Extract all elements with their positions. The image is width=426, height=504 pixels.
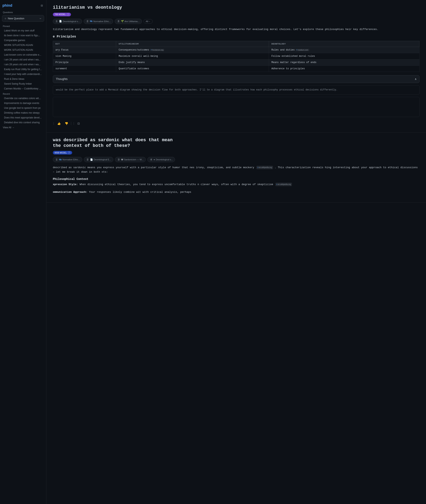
- sidebar-item-11[interactable]: Sword Swing Rusty Imber: [1, 81, 45, 86]
- source-chip-3[interactable]: 3 🌱 Are Utilitariau...: [115, 19, 142, 24]
- thoughts-bar[interactable]: Thoughts ∧: [53, 75, 419, 83]
- recent-item-4[interactable]: Does this meet appropriate devel...: [1, 115, 45, 120]
- action-separator-left: |: [53, 122, 54, 125]
- pinned-section-label: Pinned: [0, 23, 46, 28]
- table-header-deontology: DEONTOLOGY: [269, 41, 419, 47]
- q2-source-chip-3[interactable]: 3 W Sardonicism — W...: [115, 157, 146, 162]
- logo: phind: [2, 3, 12, 8]
- inline-source[interactable]: ≡ medium.com: [295, 49, 309, 51]
- table-cell-util: Ends justify means: [116, 59, 269, 65]
- thoughts-diagram: [53, 97, 419, 117]
- sidebar-item-2[interactable]: Comparable games: [1, 38, 45, 43]
- sidebar-item-6[interactable]: i am 28 years old and when i wa...: [1, 57, 45, 62]
- main-content: ilitarianism vs deontology 70B MODEL ? 1…: [46, 0, 426, 504]
- inline-source[interactable]: ≡ frontiersin.org: [150, 49, 164, 51]
- table-header-utilitarianism: UTILITARIANISM: [116, 41, 269, 47]
- communication-label: ommunication Approach:: [53, 191, 87, 193]
- view-all-label: View All: [3, 126, 11, 129]
- table-row: ary FocusConsequences/outcomes≡ frontier…: [53, 47, 419, 53]
- recent-item-0[interactable]: Override css variables colors wit...: [1, 96, 45, 101]
- question-1-title: ilitarianism vs deontology: [53, 5, 419, 11]
- new-question-button[interactable]: ○ New Question →: [2, 15, 44, 22]
- recent-item-5[interactable]: Detailed dive into context sharing: [1, 120, 45, 125]
- table-cell-util: Maximize overall well-being: [116, 53, 269, 59]
- principles-table: ECT UTILITARIANISM DEONTOLOGY ary FocusC…: [53, 41, 419, 72]
- arrow-right-icon: →: [39, 17, 42, 20]
- question-2-block: was described as sardonic what does that…: [46, 132, 426, 203]
- thumbs-down-button[interactable]: 👎: [64, 121, 69, 126]
- all-sources-button[interactable]: All→: [143, 19, 153, 24]
- table-cell-util: Consequences/outcomes≡ frontiersin.org: [116, 47, 269, 53]
- model-2-info-icon: ?: [68, 151, 71, 154]
- questions-section-label: Questions: [0, 9, 46, 14]
- inline-source-wikipedia-2[interactable]: ≡ en.wikipedia.org: [275, 183, 292, 186]
- sidebar-item-7[interactable]: i am 28 years old and when i wa...: [1, 62, 45, 67]
- view-all-arrow-icon: →: [12, 126, 14, 129]
- table-row: PrincipleEnds justify meansMeans matter …: [53, 59, 419, 65]
- question-2-model-badge: 405B MODEL ?: [53, 151, 72, 154]
- recent-item-2[interactable]: Use google text to speech from pc: [1, 106, 45, 110]
- question-1-model-badge: 70B MODEL ?: [53, 13, 71, 16]
- recent-items-list: Override css variables colors wit... Imp…: [0, 96, 46, 125]
- question-2-title: was described as sardonic what does that…: [53, 137, 419, 149]
- sidebar-item-3[interactable]: WORK SITUATION AGAIN: [1, 43, 45, 48]
- sidebar-item-10[interactable]: Rust & Deno Ideas: [1, 76, 45, 81]
- sidebar-item-0[interactable]: Latest Work on my own stuff: [1, 28, 45, 33]
- sidebar-toggle-button[interactable]: ⊟: [40, 3, 44, 8]
- table-cell-aspect: surement: [53, 65, 116, 72]
- question-1-sources-row: 1 📄 Deontological o... 2 Nk Normative Et…: [53, 19, 419, 24]
- sidebar-header: phind ⊟: [0, 2, 46, 9]
- question-1-table-heading: e Principles: [53, 35, 419, 38]
- source-chip-2[interactable]: 2 Nk Normative Ethic...: [84, 19, 113, 24]
- table-row: sion MakingMaximize overall well-beingFo…: [53, 53, 419, 59]
- table-cell-aspect: ary Focus: [53, 47, 116, 53]
- q2-source-chip-4[interactable]: 4 ● Deontological o...: [147, 157, 175, 162]
- sidebar-item-9[interactable]: I need your help with understandi...: [1, 72, 45, 76]
- thumbs-up-button[interactable]: 👍: [56, 121, 62, 126]
- table-row: surementQuantifiable outcomesAdherence t…: [53, 65, 419, 72]
- q2-source-chip-1[interactable]: 1 Nk Normative Ethic...: [53, 157, 82, 162]
- recent-section-label: Recent: [0, 91, 46, 96]
- table-cell-aspect: sion Making: [53, 53, 116, 59]
- pinned-items-list: Latest Work on my own stuff its been don…: [0, 28, 46, 91]
- action-divider: [71, 122, 71, 125]
- table-cell-deon: Rules and duties≡ medium.com: [269, 47, 419, 53]
- table-cell-aspect: Principle: [53, 59, 116, 65]
- sidebar-item-1[interactable]: its been done i now want to figu...: [1, 33, 45, 38]
- sidebar-item-4[interactable]: WORK SITUATION AGAIN: [1, 48, 45, 52]
- sidebar-item-12[interactable]: Carmen Munitio -- CodeMonkey ...: [1, 86, 45, 91]
- table-cell-util: Quantifiable outcomes: [116, 65, 269, 72]
- sidebar-item-8[interactable]: Easily run Rust Utility for getting f...: [1, 67, 45, 72]
- communication-approach-text: ommunication Approach: Your responses li…: [53, 190, 419, 194]
- expression-style-label: xpression Style:: [53, 183, 78, 186]
- table-header-aspect: ECT: [53, 41, 116, 47]
- thoughts-content: would be the perfect place to add a Merm…: [53, 85, 419, 95]
- question-1-block: ilitarianism vs deontology 70B MODEL ? 1…: [46, 0, 426, 132]
- sidebar: phind ⊟ Questions ○ New Question → Pinne…: [0, 0, 46, 504]
- action-separator-right: |: [73, 122, 74, 125]
- question-2-intro: described as sardonic means you express …: [53, 165, 419, 174]
- recent-item-3[interactable]: Drinking coffee makes me sleepy: [1, 110, 45, 115]
- source-chip-1[interactable]: 1 📄 Deontological o...: [53, 19, 82, 24]
- table-cell-deon: Follow established moral rules: [269, 53, 419, 59]
- expression-style-text: xpression Style: When discussing ethical…: [53, 182, 419, 187]
- copy-button[interactable]: ⊡: [76, 121, 81, 126]
- thoughts-label: Thoughts: [56, 77, 68, 81]
- q2-source-chip-2[interactable]: 2 📄 Deontological E...: [84, 157, 113, 162]
- model-info-icon: ?: [66, 13, 69, 16]
- recent-item-1[interactable]: Improvements to damage events: [1, 101, 45, 106]
- new-question-label: New Question: [8, 17, 24, 20]
- search-icon: ○: [5, 17, 6, 20]
- sidebar-item-5[interactable]: Last known conv on vulnerable e...: [1, 52, 45, 57]
- view-all-button[interactable]: View All →: [0, 125, 46, 130]
- table-cell-deon: Means matter regardless of ends: [269, 59, 419, 65]
- question-2-sources-row: 1 Nk Normative Ethic... 2 📄 Deontologica…: [53, 157, 419, 162]
- philosophical-context-heading: Philosophical Context: [53, 178, 419, 181]
- inline-source-wikipedia-1[interactable]: ≡ en.wikipedia.org: [256, 166, 273, 169]
- question-1-intro: tilitarianism and deontology represent t…: [53, 27, 419, 32]
- thoughts-chevron-icon: ∧: [415, 77, 417, 81]
- table-cell-deon: Adherence to principles: [269, 65, 419, 72]
- action-row-1: | 👍 👎 | ⊡: [53, 119, 419, 128]
